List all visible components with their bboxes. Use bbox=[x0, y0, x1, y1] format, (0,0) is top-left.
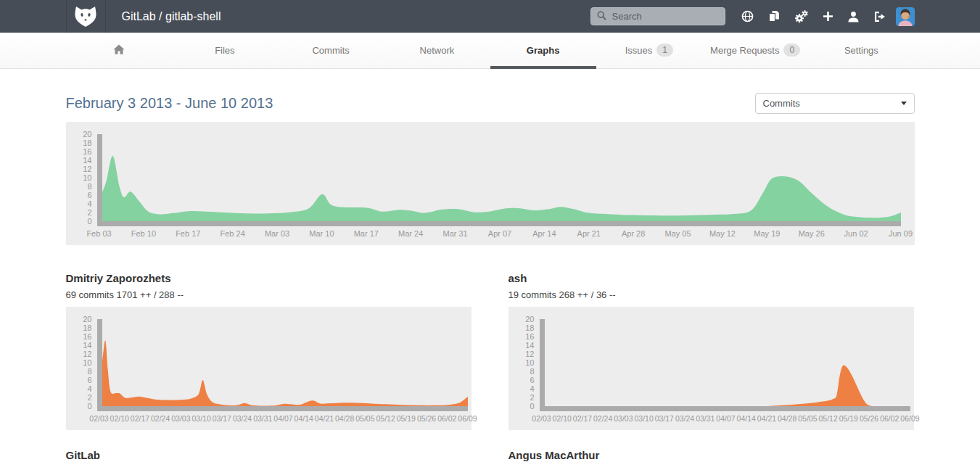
tab-label: Network bbox=[420, 45, 455, 56]
copy-icon[interactable] bbox=[768, 10, 780, 22]
plus-icon[interactable] bbox=[823, 11, 833, 22]
metric-select-value: Commits bbox=[763, 98, 800, 109]
contributor-card: GitLab bbox=[66, 449, 472, 462]
contributor-chart-ash: 2018161412108642002/0302/1002/1702/2403/… bbox=[508, 307, 914, 430]
user-icon[interactable] bbox=[848, 11, 859, 22]
gitlab-logo[interactable] bbox=[66, 0, 106, 33]
graphs-page: February 3 2013 - June 10 2013 Commits 2… bbox=[66, 92, 915, 462]
gitlab-fox-icon bbox=[73, 3, 99, 30]
project-title: GitLab / gitlab-shell bbox=[122, 10, 221, 23]
tab-badge: 1 bbox=[656, 44, 673, 57]
contributor-chart-dmitriy-zaporozhets: 2018161412108642002/0302/1002/1702/2403/… bbox=[66, 307, 472, 430]
y-axis-tick: 0 bbox=[66, 402, 92, 411]
search-icon bbox=[597, 10, 606, 23]
dmitriy-zaporozhets-commits-area bbox=[97, 307, 468, 430]
tab-graphs[interactable]: Graphs bbox=[490, 33, 596, 69]
metric-select[interactable]: Commits bbox=[755, 93, 915, 114]
tab-label: Settings bbox=[844, 45, 878, 56]
app-header: GitLab / gitlab-shell bbox=[0, 0, 980, 33]
search-input[interactable] bbox=[611, 10, 719, 22]
contributor-card: Angus MacArthur bbox=[508, 449, 914, 462]
home-icon bbox=[112, 44, 125, 57]
tab-network[interactable]: Network bbox=[384, 33, 490, 69]
y-axis-tick: 0 bbox=[508, 402, 535, 411]
overall-commits-chart: 20181614121086420Feb 03Feb 10Feb 17Feb 2… bbox=[66, 122, 915, 245]
contributor-name: ash bbox=[508, 272, 914, 285]
header-icon-bar bbox=[741, 10, 886, 23]
contributor-stats: 69 commits 1701 ++ / 288 -- bbox=[66, 289, 472, 300]
contributor-card: ash 19 commits 268 ++ / 36 -- 2018161412… bbox=[508, 272, 914, 430]
contributor-card: Dmitriy Zaporozhets 69 commits 1701 ++ /… bbox=[66, 272, 472, 430]
logout-icon[interactable] bbox=[873, 11, 886, 22]
tab-home[interactable] bbox=[66, 33, 172, 69]
y-axis-tick: 0 bbox=[66, 217, 92, 226]
tab-label: Issues bbox=[625, 45, 653, 56]
tab-files[interactable]: Files bbox=[172, 33, 278, 69]
ash-commits-area bbox=[540, 307, 910, 430]
tab-label: Files bbox=[215, 45, 234, 56]
gears-icon[interactable] bbox=[794, 10, 808, 23]
tab-label: Graphs bbox=[527, 45, 560, 56]
tab-commits[interactable]: Commits bbox=[278, 33, 384, 69]
tab-label: Merge Requests bbox=[710, 45, 779, 56]
tab-issues[interactable]: Issues1 bbox=[596, 33, 702, 69]
contributor-stats: 19 commits 268 ++ / 36 -- bbox=[508, 289, 914, 300]
all-commits-area bbox=[97, 122, 901, 245]
project-nav-tabs: FilesCommitsNetworkGraphsIssues1Merge Re… bbox=[66, 33, 915, 69]
globe-icon[interactable] bbox=[741, 10, 754, 22]
date-range-title: February 3 2013 - June 10 2013 bbox=[66, 95, 273, 112]
contributor-name: Dmitriy Zaporozhets bbox=[66, 272, 472, 285]
tab-badge: 0 bbox=[783, 44, 800, 57]
user-avatar[interactable] bbox=[896, 7, 915, 26]
tab-settings[interactable]: Settings bbox=[808, 33, 914, 69]
search-box[interactable] bbox=[590, 7, 725, 25]
contributor-name: Angus MacArthur bbox=[508, 449, 914, 462]
chevron-down-icon bbox=[901, 102, 907, 105]
tab-merge-requests[interactable]: Merge Requests0 bbox=[702, 33, 808, 69]
tab-label: Commits bbox=[312, 45, 349, 56]
project-nav: FilesCommitsNetworkGraphsIssues1Merge Re… bbox=[0, 33, 980, 69]
contributor-name: GitLab bbox=[66, 449, 472, 462]
